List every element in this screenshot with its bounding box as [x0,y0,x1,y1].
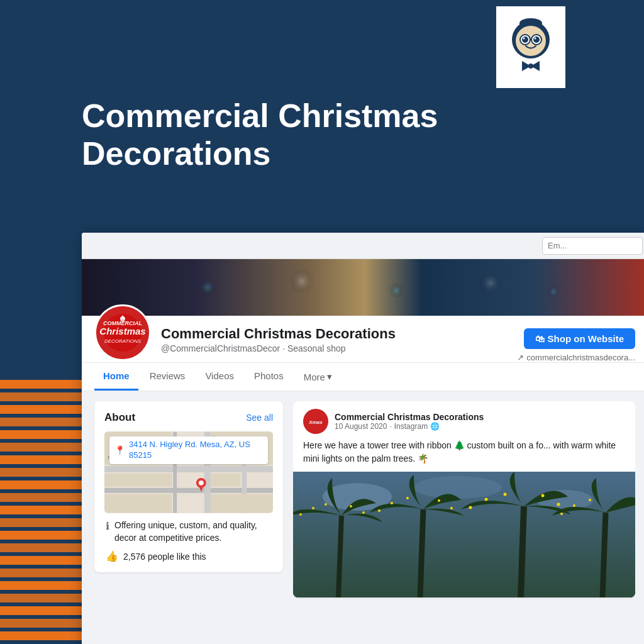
svg-point-69 [573,504,575,507]
svg-point-54 [362,511,365,514]
svg-point-47 [414,476,502,499]
thumbs-up-icon: 👍 [106,550,118,562]
svg-point-51 [312,507,314,509]
post-avatar: Xmas [303,409,328,434]
fb-navigation: Home Reviews Videos Photos More ▾ [82,363,644,391]
info-icon: ℹ [106,520,109,532]
svg-point-13 [528,64,533,69]
post-meta: 10 August 2020 · Instagram 🌐 [335,422,625,431]
svg-point-65 [541,494,545,497]
svg-point-58 [406,497,409,499]
svg-point-14 [198,278,217,297]
chevron-down-icon: ▾ [327,371,332,382]
svg-point-16 [389,283,404,298]
svg-point-53 [350,505,352,508]
fb-page-name: Commercial Christmas Decorations [161,326,507,342]
tab-home[interactable]: Home [94,363,138,391]
about-description: ℹ Offering unique, custom, and quality, … [104,519,273,544]
mascot-box [496,6,565,88]
svg-point-50 [299,513,302,516]
post-column: Xmas Commercial Christmas Decorations 10… [293,401,635,644]
svg-rect-27 [104,488,273,493]
svg-text:Christmas: Christmas [99,326,145,336]
fb-page-avatar: COMMERCIAL Christmas DECORATIONS [94,304,151,361]
tab-videos[interactable]: Videos [196,363,243,391]
cover-lights-decoration [82,259,644,316]
svg-point-59 [438,499,440,502]
svg-point-7 [533,36,540,43]
about-desc-text: Offering unique, custom, and quality, de… [114,519,272,544]
about-column: About See all [94,401,283,644]
svg-point-18 [547,286,560,298]
svg-point-70 [589,499,591,501]
svg-point-8 [523,38,525,40]
tab-photos[interactable]: Photos [245,363,292,391]
location-pin-icon: 📍 [114,445,125,455]
fb-actions: 🛍 Shop on Website ↗ commercialchristmasd… [517,323,635,362]
svg-rect-34 [211,474,241,487]
svg-line-67 [602,513,606,597]
svg-line-61 [521,506,524,597]
svg-rect-36 [211,494,273,513]
external-link-icon: ↗ [517,353,524,362]
see-all-link[interactable]: See all [246,413,273,423]
svg-point-57 [391,502,393,504]
svg-line-49 [338,516,341,597]
mascot-icon [504,16,558,79]
svg-point-6 [522,36,528,43]
post-card: Xmas Commercial Christmas Decorations 10… [293,401,635,597]
svg-rect-26 [104,466,273,472]
map-address-overlay: 📍 3414 N. Higley Rd. Mesa, AZ, US 85215 [109,436,268,464]
svg-point-64 [504,493,507,496]
post-image [293,472,635,597]
likes-count-text: 2,576 people like this [123,552,206,562]
svg-point-68 [560,513,563,515]
fb-profile-info: Commercial Christmas Decorations @Commer… [161,323,507,353]
svg-point-66 [557,503,560,506]
fb-website-link[interactable]: ↗ commercialchristmasdecora... [517,353,635,362]
post-avatar-image: Xmas [304,409,328,433]
fb-profile-section: COMMERCIAL Christmas DECORATIONS Commerc… [82,316,644,363]
search-input[interactable] [542,237,643,255]
facebook-page-container: COMMERCIAL Christmas DECORATIONS Commerc… [82,233,644,644]
about-card: About See all [94,401,283,572]
svg-point-52 [325,503,327,506]
post-page-name: Commercial Christmas Decorations [335,412,625,422]
tab-reviews[interactable]: Reviews [141,363,194,391]
svg-rect-33 [104,474,172,487]
page-title: Commercial Christmas Decorations [82,97,438,173]
svg-rect-35 [104,494,172,513]
about-title: About [104,411,135,424]
svg-line-55 [420,509,423,597]
fb-content-area: About See all [82,391,644,644]
post-header: Xmas Commercial Christmas Decorations 10… [293,401,635,439]
post-image-svg [293,472,635,597]
svg-text:Xmas: Xmas [308,419,323,425]
fb-cover-photo [82,259,644,316]
svg-text:DECORATIONS: DECORATIONS [104,338,142,344]
fb-topbar [82,233,644,259]
about-header: About See all [104,411,273,424]
fb-page-handle: @CommercialChristmasDecor · Seasonal sho… [161,343,507,353]
svg-point-62 [469,506,472,509]
address-text: 3414 N. Higley Rd. Mesa, AZ, US 85215 [129,440,263,461]
about-likes: 👍 2,576 people like this [104,550,273,562]
svg-point-9 [534,38,536,40]
svg-point-17 [479,272,502,294]
globe-icon: 🌐 [430,422,440,431]
svg-point-60 [450,507,453,509]
title-area: Commercial Christmas Decorations [82,97,438,173]
avatar-image: COMMERCIAL Christmas DECORATIONS [96,306,149,359]
svg-point-56 [378,509,380,512]
post-info: Commercial Christmas Decorations 10 Augu… [335,412,625,431]
svg-point-42 [199,480,204,486]
map-container[interactable]: N Greenfield Rd. Higley < Thoma 📍 3414 N… [104,431,273,513]
svg-point-63 [485,498,488,501]
post-body: Here we have a tower tree with ribbon 🌲 … [293,439,635,472]
tab-more[interactable]: More ▾ [295,364,341,390]
svg-point-15 [289,269,314,294]
shop-on-website-button[interactable]: 🛍 Shop on Website [524,328,635,349]
